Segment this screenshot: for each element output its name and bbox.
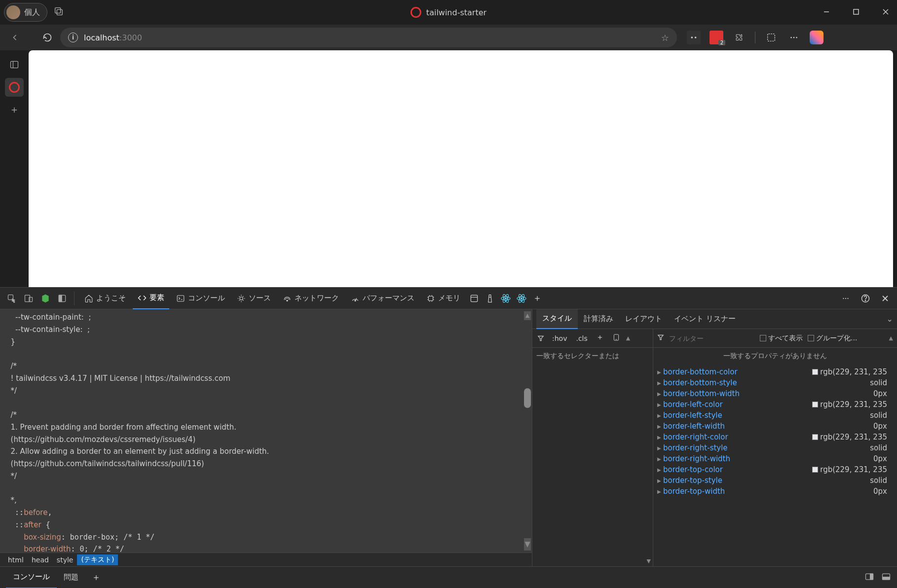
svg-rect-65 (870, 574, 873, 580)
devtools-side-panel: スタイル 計算済み レイアウト イベント リスナー ⌄ :hov .cls (532, 309, 897, 566)
computed-property-row[interactable]: ▶ border-left-width0px (657, 421, 897, 432)
tab-elements[interactable]: 要素 (133, 288, 169, 309)
show-all-checkbox[interactable]: すべて表示 (760, 334, 803, 343)
computed-property-row[interactable]: ▶ border-right-stylesolid (657, 442, 897, 453)
tab-memory[interactable]: メモリ (421, 288, 465, 309)
cls-toggle[interactable]: .cls (573, 333, 590, 343)
elements-code-view[interactable]: ▲ ▼ --tw-contain-paint: ; --tw-contain-s… (0, 309, 532, 552)
minimize-button[interactable] (819, 4, 834, 21)
tab-application-icon[interactable] (467, 292, 481, 305)
chevron-down-icon[interactable]: ⌄ (887, 314, 893, 324)
profile-button[interactable]: 個人 (4, 3, 47, 22)
devtools-close-icon[interactable] (878, 292, 892, 305)
filter-icon[interactable] (657, 334, 664, 342)
sidebar-tab-opera[interactable] (5, 78, 24, 97)
computed-property-row[interactable]: ▶ border-top-colorrgb(229, 231, 235 (657, 464, 897, 475)
computed-property-row[interactable]: ▶ border-top-stylesolid (657, 475, 897, 486)
3d-view-icon[interactable] (38, 292, 52, 305)
svg-rect-0 (55, 8, 61, 13)
screenshot-icon[interactable] (764, 31, 778, 44)
more-menu-icon[interactable] (787, 31, 801, 44)
computed-property-row[interactable]: ▶ border-left-stylesolid (657, 410, 897, 421)
side-tab-layout[interactable]: レイアウト (619, 309, 668, 329)
drawer-tab-issues[interactable]: 問題 (57, 567, 85, 588)
computed-property-row[interactable]: ▶ border-bottom-width0px (657, 388, 897, 399)
svg-point-51 (847, 297, 848, 298)
page-viewport[interactable] (29, 50, 893, 287)
page-title-area: tailwind-starter (411, 7, 486, 18)
react-devtools-profiler-icon[interactable] (515, 292, 528, 305)
computed-properties-list[interactable]: ▶ border-bottom-colorrgb(229, 231, 235▶ … (653, 365, 897, 566)
hov-toggle[interactable]: :hov (549, 333, 570, 343)
site-info-icon[interactable]: i (68, 33, 78, 42)
extensions-menu-icon[interactable] (732, 31, 746, 44)
tab-console[interactable]: コンソール (171, 288, 230, 309)
sidebar-panel-icon[interactable] (5, 55, 24, 74)
dock-side-icon[interactable] (864, 572, 874, 584)
tab-lighthouse-icon[interactable] (483, 292, 497, 305)
new-style-rule-icon[interactable] (594, 333, 606, 343)
inspect-element-icon[interactable] (5, 292, 19, 305)
breadcrumb-item[interactable]: head (28, 555, 53, 565)
device-mode-icon[interactable] (609, 332, 623, 344)
extension-icon-red[interactable]: 2 (710, 31, 723, 44)
drawer-add-tab-icon[interactable] (85, 567, 107, 588)
svg-point-23 (240, 297, 243, 300)
tab-performance[interactable]: パフォーマンス (346, 288, 419, 309)
computed-filter-input[interactable] (669, 334, 755, 342)
breadcrumb-item[interactable]: (テキスト) (77, 554, 118, 565)
side-tab-event-listeners[interactable]: イベント リスナー (668, 309, 742, 329)
svg-rect-3 (854, 9, 859, 14)
divider (755, 32, 755, 43)
add-tab-icon[interactable] (530, 292, 544, 305)
scroll-down-icon[interactable]: ▼ (532, 556, 653, 566)
side-tab-computed[interactable]: 計算済み (578, 309, 619, 329)
extension-icon[interactable] (687, 31, 701, 44)
devtools-more-icon[interactable] (839, 292, 853, 305)
devtools-drawer: コンソール 問題 (0, 566, 897, 588)
scroll-up-icon[interactable]: ▲ (889, 335, 893, 341)
group-checkbox[interactable]: グループ化... (808, 334, 857, 343)
svg-point-26 (355, 300, 356, 301)
bookmark-star-icon[interactable]: ☆ (661, 33, 669, 43)
scroll-up-icon[interactable]: ▲ (524, 311, 531, 320)
close-button[interactable] (878, 4, 893, 21)
react-devtools-components-icon[interactable] (499, 292, 513, 305)
scrollbar-thumb[interactable] (524, 388, 531, 408)
computed-property-row[interactable]: ▶ border-top-width0px (657, 486, 897, 497)
detached-panel-icon[interactable] (55, 292, 69, 305)
dock-bottom-icon[interactable] (881, 572, 891, 584)
svg-point-7 (695, 37, 697, 38)
device-toolbar-icon[interactable] (22, 292, 36, 305)
new-tab-button[interactable] (5, 101, 24, 119)
help-icon[interactable] (859, 292, 872, 305)
back-button[interactable] (6, 29, 24, 46)
copilot-icon[interactable] (810, 31, 823, 44)
svg-point-10 (793, 37, 795, 38)
tab-sources[interactable]: ソース (232, 288, 276, 309)
maximize-button[interactable] (849, 4, 863, 21)
reload-button[interactable] (38, 29, 56, 46)
svg-rect-12 (11, 61, 18, 68)
computed-property-row[interactable]: ▶ border-bottom-stylesolid (657, 377, 897, 388)
workspaces-icon[interactable] (53, 6, 64, 19)
breadcrumb-item[interactable]: style (53, 555, 77, 565)
side-tab-styles[interactable]: スタイル (536, 309, 578, 329)
computed-property-row[interactable]: ▶ border-right-colorrgb(229, 231, 235 (657, 432, 897, 442)
breadcrumb-item[interactable]: html (4, 555, 28, 565)
tab-welcome[interactable]: ようこそ (79, 288, 131, 309)
computed-property-row[interactable]: ▶ border-left-colorrgb(229, 231, 235 (657, 399, 897, 410)
svg-point-50 (845, 297, 846, 298)
computed-property-row[interactable]: ▶ border-right-width0px (657, 453, 897, 464)
scroll-up-icon[interactable]: ▲ (626, 335, 630, 341)
svg-point-53 (865, 300, 865, 300)
computed-property-row[interactable]: ▶ border-bottom-colorrgb(229, 231, 235 (657, 367, 897, 377)
scroll-down-icon[interactable]: ▼ (524, 538, 531, 551)
svg-rect-67 (883, 577, 890, 579)
browser-toolbar: i localhost:3000 ☆ 2 (0, 25, 897, 50)
tab-network[interactable]: ネットワーク (278, 288, 344, 309)
filter-icon[interactable] (535, 334, 546, 343)
drawer-tab-console[interactable]: コンソール (6, 567, 57, 588)
svg-rect-1 (57, 9, 62, 15)
address-bar[interactable]: i localhost:3000 ☆ (60, 28, 677, 47)
